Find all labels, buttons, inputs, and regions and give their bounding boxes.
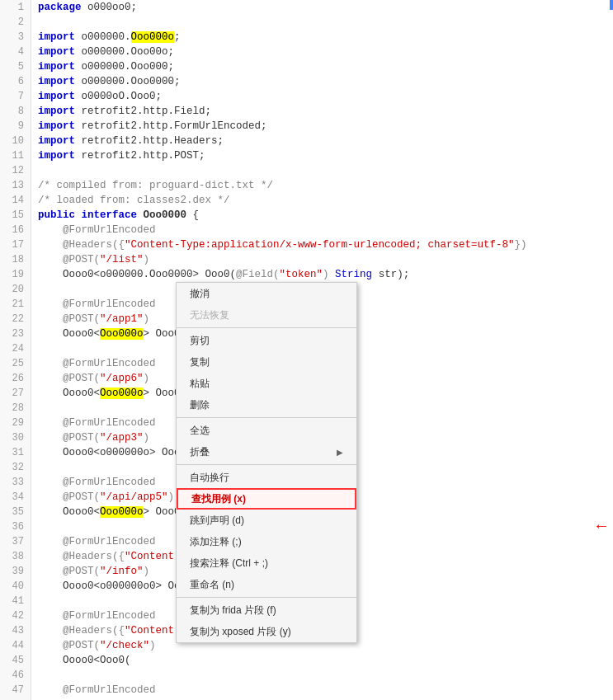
ctx-delete[interactable]: 删除 <box>177 394 356 416</box>
red-arrow-indicator: ← <box>596 517 606 536</box>
ctx-sep-1 <box>177 327 356 328</box>
ctx-rename[interactable]: 重命名 (n) <box>177 574 356 595</box>
code-line-1: package o000oo0; <box>38 0 606 15</box>
ctx-redo[interactable]: 无法恢复 <box>177 304 356 326</box>
ctx-paste[interactable]: 粘贴 <box>177 373 356 394</box>
code-line-8: import retrofit2.http.Field; <box>38 104 606 119</box>
ctx-add-comment[interactable]: 添加注释 (;) <box>177 531 356 552</box>
ctx-select-all[interactable]: 全选 <box>177 420 356 441</box>
ctx-sep-4 <box>177 597 356 598</box>
code-line-14: /* loaded from: classes2.dex */ <box>38 193 606 208</box>
ctx-fold-label: 折叠 <box>190 445 210 459</box>
code-line-12 <box>38 163 606 178</box>
ctx-copy-xposed[interactable]: 复制为 xposed 片段 (y) <box>177 621 356 642</box>
code-line-2 <box>38 15 606 30</box>
code-line-4: import o000000.Ooo00o; <box>38 45 606 59</box>
ctx-copy-frida[interactable]: 复制为 frida 片段 (f) <box>177 599 356 621</box>
code-line-45: Oooo0<Ooo0( <box>38 653 606 668</box>
context-menu: 撤消 无法恢复 剪切 复制 粘贴 删除 全选 折叠 ▶ 自动换行 查找用例 (x… <box>176 282 357 643</box>
ctx-auto-wrap[interactable]: 自动换行 <box>177 467 356 488</box>
code-line-19: Oooo0<o000000.Ooo0000> Ooo0(@Field("toke… <box>38 267 606 282</box>
line-numbers: 1 2 3 4 5 6 7 8 9 10 11 12 13 14 15 16 1… <box>0 0 31 700</box>
ctx-search-comment[interactable]: 搜索注释 (Ctrl + ;) <box>177 552 356 574</box>
code-line-13: /* compiled from: proguard-dict.txt */ <box>38 178 606 193</box>
ctx-goto-decl[interactable]: 跳到声明 (d) <box>177 510 356 531</box>
code-line-18: @POST("/list") <box>38 252 606 267</box>
code-line-16: @FormUrlEncoded <box>38 223 606 237</box>
code-line-9: import retrofit2.http.FormUrlEncoded; <box>38 119 606 134</box>
code-line-7: import o0000oO.Ooo0; <box>38 89 606 104</box>
ctx-cut[interactable]: 剪切 <box>177 330 356 351</box>
ctx-sep-2 <box>177 417 356 418</box>
code-line-15: public interface Ooo0000 { <box>38 208 606 223</box>
ctx-find-usage[interactable]: 查找用例 (x) <box>177 488 356 510</box>
ctx-fold-arrow: ▶ <box>337 448 343 457</box>
code-line-47: @FormUrlEncoded <box>38 683 606 698</box>
code-line-17: @Headers({"Content-Type:application/x-ww… <box>38 237 606 252</box>
code-line-5: import o000000.Ooo000; <box>38 59 606 74</box>
ctx-sep-3 <box>177 464 356 465</box>
code-editor: 1 2 3 4 5 6 7 8 9 10 11 12 13 14 15 16 1… <box>0 0 613 700</box>
code-line-11: import retrofit2.http.POST; <box>38 148 606 163</box>
code-line-3: import o000000.Ooo000o; <box>38 30 606 45</box>
code-line-6: import o000000.Ooo0000; <box>38 74 606 89</box>
ctx-fold[interactable]: 折叠 ▶ <box>177 441 356 463</box>
code-line-10: import retrofit2.http.Headers; <box>38 134 606 148</box>
code-line-46 <box>38 668 606 683</box>
ctx-copy[interactable]: 复制 <box>177 351 356 373</box>
ctx-undo[interactable]: 撤消 <box>177 283 356 304</box>
